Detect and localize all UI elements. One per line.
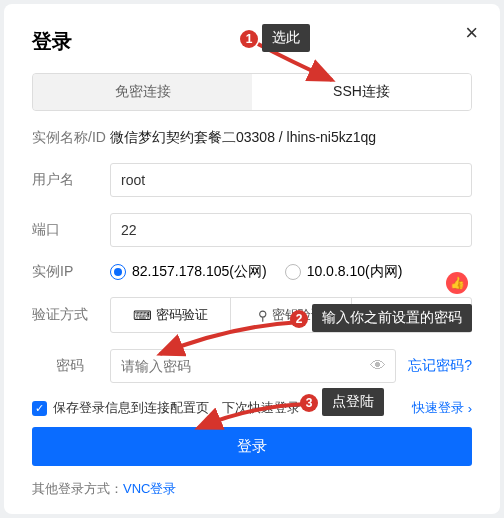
save-text: 保存登录信息到连接配置页，下次快速登录 (53, 399, 300, 417)
other-login: 其他登录方式：VNC登录 (32, 480, 472, 498)
annotation-badge-3: 3 (300, 394, 318, 412)
login-modal: 登录 × 免密连接 SSH连接 实例名称/ID 微信梦幻契约套餐二03308 /… (4, 4, 500, 514)
radio-public-ip[interactable]: 82.157.178.105(公网) (110, 263, 267, 281)
row-instance: 实例名称/ID 微信梦幻契约套餐二03308 / lhins-ni5kz1qg (32, 129, 472, 147)
vnc-login-link[interactable]: VNC登录 (123, 481, 176, 496)
radio-public-label: 82.157.178.105(公网) (132, 263, 267, 281)
quick-login-link[interactable]: 快速登录 › (412, 399, 472, 417)
keyboard-icon: ⌨ (133, 308, 152, 323)
label-verify: 验证方式 (32, 306, 110, 324)
connection-tabs: 免密连接 SSH连接 (32, 73, 472, 111)
eye-icon[interactable]: 👁 (370, 357, 386, 375)
close-icon[interactable]: × (465, 22, 478, 44)
verify-password[interactable]: ⌨ 密码验证 (111, 298, 231, 332)
row-save: ✓ 保存登录信息到连接配置页，下次快速登录 快速登录 › (32, 399, 472, 417)
row-password: 密码 👁 忘记密码? (56, 349, 472, 383)
annotation-badge-2: 2 (290, 310, 308, 328)
input-username[interactable] (110, 163, 472, 197)
key-icon: ⚲ (258, 308, 268, 323)
annotation-tip-3: 点登陆 (322, 388, 384, 416)
save-checkbox[interactable]: ✓ (32, 401, 47, 416)
annotation-tip-1: 选此 (262, 24, 310, 52)
ip-radio-group: 82.157.178.105(公网) 10.0.8.10(内网) (110, 263, 402, 281)
row-user: 用户名 (32, 163, 472, 197)
annotation-tip-2: 输入你之前设置的密码 (312, 304, 472, 332)
label-password: 密码 (56, 357, 110, 375)
radio-icon (110, 264, 126, 280)
radio-private-label: 10.0.8.10(内网) (307, 263, 403, 281)
thumb-icon: 👍 (446, 272, 468, 294)
label-port: 端口 (32, 221, 110, 239)
value-instance: 微信梦幻契约套餐二03308 / lhins-ni5kz1qg (110, 129, 376, 147)
radio-icon (285, 264, 301, 280)
label-user: 用户名 (32, 171, 110, 189)
tab-free[interactable]: 免密连接 (33, 74, 252, 110)
login-button[interactable]: 登录 (32, 427, 472, 466)
row-ip: 实例IP 82.157.178.105(公网) 10.0.8.10(内网) (32, 263, 472, 281)
forgot-password-link[interactable]: 忘记密码? (408, 357, 472, 375)
input-port[interactable] (110, 213, 472, 247)
row-port: 端口 (32, 213, 472, 247)
tab-ssh[interactable]: SSH连接 (252, 74, 471, 110)
annotation-badge-1: 1 (240, 30, 258, 48)
input-password[interactable] (110, 349, 396, 383)
radio-private-ip[interactable]: 10.0.8.10(内网) (285, 263, 403, 281)
other-login-label: 其他登录方式： (32, 481, 123, 496)
label-instance: 实例名称/ID (32, 129, 110, 147)
label-ip: 实例IP (32, 263, 110, 281)
